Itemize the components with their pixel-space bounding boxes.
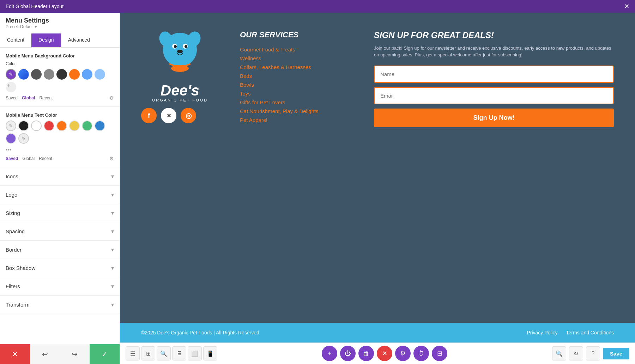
text-color-black[interactable] (18, 121, 29, 131)
services-section: OUR SERVICES Gourmet Food & Treats Welln… (240, 30, 353, 126)
text-color-custom[interactable]: ✎ (18, 133, 29, 144)
color-swatch-blue[interactable] (18, 69, 29, 80)
top-bar: Edit Global Header Layout ✕ (0, 0, 635, 13)
global-text-label[interactable]: Global (22, 156, 35, 161)
panel-preset[interactable]: Preset: Default ▾ (6, 24, 114, 29)
recent-text-label[interactable]: Recent (39, 156, 52, 161)
sliders-button[interactable]: ⊟ (432, 346, 447, 361)
text-color-white[interactable] (31, 121, 42, 131)
accordion-filters[interactable]: Filters ▾ (0, 277, 120, 296)
mobile-icon[interactable]: 📱 (203, 346, 217, 360)
menu-icon[interactable]: ☰ (126, 346, 140, 360)
confirm-button[interactable]: ✓ (90, 344, 120, 364)
privacy-policy-link[interactable]: Privacy Policy (527, 330, 557, 335)
x-twitter-icon[interactable]: ✕ (161, 108, 176, 123)
signup-title: SIGN UP FOR GREAT DEALS! (374, 30, 614, 41)
text-color-green[interactable] (82, 121, 92, 131)
service-item-4[interactable]: Bowls (240, 82, 353, 88)
bg-color-row: ✎ + (6, 69, 114, 92)
accordion-spacing[interactable]: Spacing ▾ (0, 222, 120, 241)
desktop-icon[interactable]: 🖥 (172, 346, 186, 360)
service-item-3[interactable]: Beds (240, 73, 353, 79)
accordion-sizing[interactable]: Sizing ▾ (0, 204, 120, 222)
color-swatch-darkgray[interactable] (31, 69, 42, 80)
global-label[interactable]: Global (22, 95, 35, 100)
delete-button[interactable]: 🗑 (358, 346, 374, 361)
service-item-8[interactable]: Pet Apparel (240, 117, 353, 123)
service-item-7[interactable]: Cat Nourishment, Play & Delights (240, 108, 353, 114)
save-button[interactable]: Save (603, 348, 629, 359)
color-swatch-lightblue[interactable] (95, 69, 105, 80)
settings-button[interactable]: ⚙ (395, 346, 411, 361)
accordion-transform[interactable]: Transform ▾ (0, 296, 120, 314)
service-item-1[interactable]: Wellness (240, 55, 353, 61)
name-field[interactable] (374, 66, 614, 83)
accordion-container: Icons ▾ Logo ▾ Sizing ▾ Spacing ▾ Border… (0, 167, 120, 314)
instagram-icon[interactable]: ◎ (181, 108, 196, 123)
saved-row-text: Saved Global Recent ⚙ (6, 156, 114, 161)
cancel-button[interactable]: ✕ (0, 344, 30, 364)
accordion-logo[interactable]: Logo ▾ (0, 186, 120, 204)
history-button[interactable]: ⏱ (413, 346, 429, 361)
toolbar-left: ☰ ⊞ 🔍 🖥 ⬜ 📱 (126, 346, 217, 360)
toolbar-center: + ⏻ 🗑 ✕ ⚙ ⏱ ⊟ (322, 346, 447, 361)
service-item-2[interactable]: Collars, Leashes & Harnesses (240, 64, 353, 70)
color-swatch-gray[interactable] (44, 69, 54, 80)
text-color-blue[interactable] (95, 121, 105, 131)
tab-advanced[interactable]: Advanced (61, 33, 97, 47)
chevron-icon-border: ▾ (111, 246, 114, 253)
terms-conditions-link[interactable]: Terms and Conditions (566, 330, 614, 335)
left-panel: Menu Settings Preset: Default ▾ Content … (0, 13, 120, 364)
svg-point-5 (177, 50, 183, 53)
tab-content[interactable]: Content (0, 33, 31, 47)
help-icon[interactable]: ? (586, 346, 600, 360)
chevron-icon-logo: ▾ (111, 191, 114, 198)
close-icon[interactable]: ✕ (624, 2, 629, 10)
bg-color-section: Mobile Menu Background Color Color ✎ + S… (0, 48, 120, 107)
power-button[interactable]: ⏻ (340, 346, 356, 361)
recent-label[interactable]: Recent (39, 95, 53, 100)
text-color-yellow[interactable] (69, 121, 80, 131)
settings-icon[interactable]: ⚙ (109, 95, 114, 101)
grid-icon[interactable]: ⊞ (141, 346, 155, 360)
text-color-label: Mobile Menu Text Color (6, 112, 114, 118)
settings-icon-text[interactable]: ⚙ (109, 156, 114, 161)
panel-bottom-actions: ✕ ↩ ↪ ✓ (0, 344, 120, 364)
color-swatch-active[interactable]: ✎ (6, 69, 16, 80)
accordion-boxshadow[interactable]: Box Shadow ▾ (0, 259, 120, 277)
svg-point-8 (171, 65, 189, 72)
text-color-purple[interactable] (6, 133, 16, 144)
brand-logo-svg (148, 30, 212, 83)
facebook-icon[interactable]: f (141, 108, 157, 123)
more-colors-dots[interactable]: ••• (6, 147, 114, 153)
website-preview: Dee's ORGANIC PET FOOD f ✕ ◎ OUR SERVICE… (120, 13, 635, 364)
redo-button[interactable]: ↪ (60, 344, 90, 364)
website-content: Dee's ORGANIC PET FOOD f ✕ ◎ OUR SERVICE… (120, 13, 635, 343)
refresh-icon[interactable]: ↻ (569, 346, 583, 360)
service-item-6[interactable]: Gifts for Pet Lovers (240, 99, 353, 105)
zoom-icon[interactable]: 🔍 (552, 346, 566, 360)
undo-button[interactable]: ↩ (30, 344, 60, 364)
svg-point-9 (178, 35, 182, 39)
close-button[interactable]: ✕ (377, 346, 392, 361)
chevron-down-icon: ▾ (35, 25, 37, 29)
saved-row-bg: Saved Global Recent ⚙ (6, 95, 114, 101)
add-button[interactable]: + (322, 346, 337, 361)
pencil-icon[interactable]: ✎ (6, 121, 16, 131)
signup-button[interactable]: Sign Up Now! (374, 109, 614, 127)
color-swatch-blue2[interactable] (82, 69, 92, 80)
accordion-icons[interactable]: Icons ▾ (0, 167, 120, 186)
email-field[interactable] (374, 87, 614, 104)
add-color-button[interactable]: + (6, 82, 16, 92)
signup-section: SIGN UP FOR GREAT DEALS! Join our pack! … (374, 30, 614, 127)
text-color-red[interactable] (44, 121, 54, 131)
color-swatch-dark[interactable] (56, 69, 67, 80)
accordion-border[interactable]: Border ▾ (0, 241, 120, 259)
text-color-orange[interactable] (56, 121, 67, 131)
color-swatch-orange[interactable] (69, 69, 80, 80)
tab-design[interactable]: Design (31, 33, 61, 47)
search-icon[interactable]: 🔍 (157, 346, 171, 360)
service-item-0[interactable]: Gourmet Food & Treats (240, 47, 353, 53)
tablet-icon[interactable]: ⬜ (188, 346, 202, 360)
service-item-5[interactable]: Toys (240, 91, 353, 97)
